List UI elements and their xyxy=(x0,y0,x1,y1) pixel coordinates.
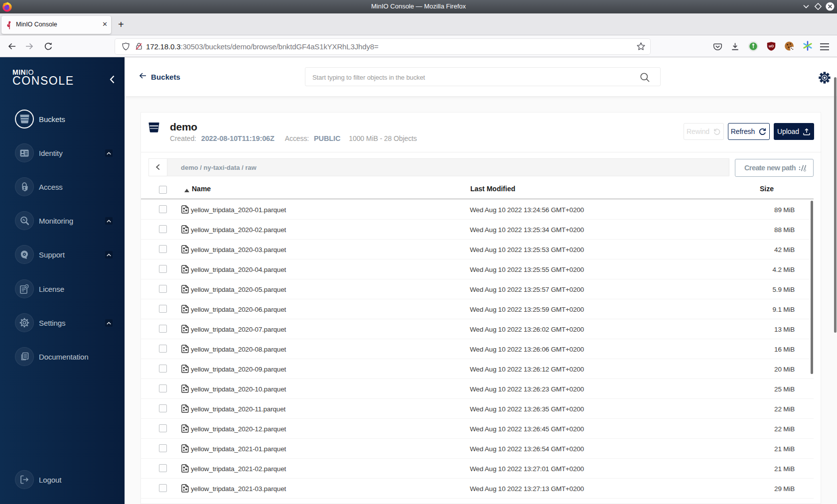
svg-text:uO: uO xyxy=(769,44,774,48)
